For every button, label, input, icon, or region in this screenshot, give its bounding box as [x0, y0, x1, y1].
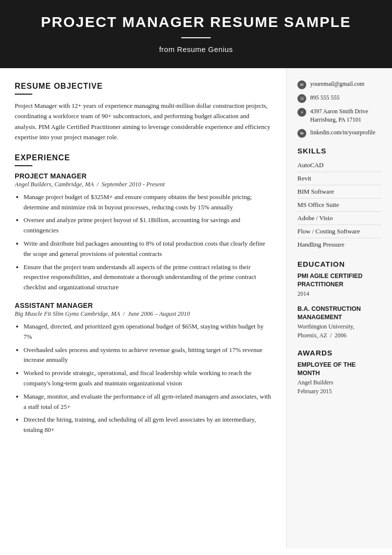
bullet-2-5: Directed the hiring, training, and sched…	[24, 415, 271, 435]
objective-section: RESUME OBJECTIVE Project Manager with 12…	[15, 82, 271, 143]
bullet-2-4: Manage, monitor, and evaluate the perfor…	[24, 392, 271, 412]
contact-phone: ☏ 895 555 555	[297, 94, 381, 103]
bullet-1-4: Ensure that the project team understands…	[24, 262, 271, 293]
bullet-2-3: Worked to provide strategic, operational…	[24, 368, 271, 389]
location-icon: ⌖	[297, 108, 306, 117]
skill-autocad: AutoCAD	[297, 159, 381, 172]
contact-section: ✉ youremail@gmail.com ☏ 895 555 555 ⌖ 43…	[297, 80, 381, 138]
header-subtitle: from Resume Genius	[20, 45, 372, 53]
bullet-1-2: Oversee and analyze prime project buyout…	[24, 215, 271, 236]
education-section: EDUCATION PMI AGILE CERTIFIEDPRACTITIONE…	[297, 260, 381, 340]
bullet-2-1: Managed, directed, and prioritized gym o…	[24, 322, 271, 342]
objective-text: Project Manager with 12+ years of experi…	[15, 101, 271, 143]
experience-title: EXPERIENCE	[15, 153, 271, 162]
skill-pressure: Handling Pressure	[297, 238, 381, 251]
job-subtitle-1: Angel Builders, Cambridge, MA / Septembe…	[15, 181, 271, 188]
contact-address: ⌖ 4397 Aaron Smith DriveHarrisburg, PA 1…	[297, 107, 381, 124]
resume-body: RESUME OBJECTIVE Project Manager with 12…	[0, 68, 392, 549]
address-text: 4397 Aaron Smith DriveHarrisburg, PA 171…	[310, 107, 368, 124]
email-icon: ✉	[297, 80, 306, 89]
awards-title: AWARDS	[297, 349, 381, 357]
skill-revit: Revit	[297, 172, 381, 185]
education-title: EDUCATION	[297, 260, 381, 268]
job-title-2: ASSISTANT MANAGER	[15, 302, 271, 309]
experience-section: EXPERIENCE PROJECT MANAGER Angel Builder…	[15, 153, 271, 435]
edu-detail-2: Worthington University,Phoenix, AZ / 200…	[297, 322, 381, 340]
objective-divider	[15, 94, 32, 95]
left-column: RESUME OBJECTIVE Project Manager with 12…	[0, 68, 287, 549]
skills-section: SKILLS AutoCAD Revit BIM Software MS Off…	[297, 147, 381, 251]
edu-detail-1: 2014	[297, 289, 381, 298]
award-date-1: February 2015	[297, 387, 381, 396]
skills-title: SKILLS	[297, 147, 381, 155]
bullet-1-3: Write and distribute bid packages amount…	[24, 239, 271, 259]
skill-msoffice: MS Office Suite	[297, 199, 381, 212]
job-entry-1: PROJECT MANAGER Angel Builders, Cambridg…	[15, 172, 271, 293]
awards-section: AWARDS EMPLOYEE OF THEMONTH Angel Builde…	[297, 349, 381, 396]
linkedin-text: linkedin.com/in/yourprofile	[310, 128, 375, 137]
objective-title: RESUME OBJECTIVE	[15, 82, 271, 91]
skill-bim: BIM Software	[297, 185, 381, 199]
contact-email: ✉ youremail@gmail.com	[297, 80, 381, 89]
award-entry-1: EMPLOYEE OF THEMONTH Angel Builders Febr…	[297, 361, 381, 396]
bullet-1-1: Manage project budget of $325M+ and ensu…	[24, 192, 271, 213]
job-entry-2: ASSISTANT MANAGER Big Muscle Fit Slim Gy…	[15, 302, 271, 435]
page-title: PROJECT MANAGER RESUME SAMPLE	[20, 14, 372, 30]
email-text: youremail@gmail.com	[310, 80, 365, 88]
contact-linkedin: in linkedin.com/in/yourprofile	[297, 128, 381, 138]
job-subtitle-2: Big Muscle Fit Slim Gyms Cambridge, MA /…	[15, 310, 271, 318]
job-bullets-2: Managed, directed, and prioritized gym o…	[15, 322, 271, 435]
phone-text: 895 555 555	[310, 94, 340, 102]
right-column: ✉ youremail@gmail.com ☏ 895 555 555 ⌖ 43…	[287, 68, 392, 549]
edu-entry-1: PMI AGILE CERTIFIEDPRACTITIONER 2014	[297, 272, 381, 298]
skill-flow: Flow / Costing Software	[297, 225, 381, 238]
edu-entry-2: B.A. CONSTRUCTIONMANAGEMENT Worthington …	[297, 305, 381, 340]
experience-divider	[15, 165, 32, 166]
bullet-2-2: Overhauled sales process and systems to …	[24, 345, 271, 366]
resume-page: PROJECT MANAGER RESUME SAMPLE from Resum…	[0, 0, 392, 555]
resume-header: PROJECT MANAGER RESUME SAMPLE from Resum…	[0, 0, 392, 68]
header-divider	[181, 37, 211, 38]
job-title-1: PROJECT MANAGER	[15, 172, 271, 180]
edu-degree-2: B.A. CONSTRUCTIONMANAGEMENT	[297, 305, 381, 322]
skill-adobe: Adobe / Visio	[297, 212, 381, 225]
award-org-1: Angel Builders	[297, 378, 381, 387]
phone-icon: ☏	[297, 94, 306, 103]
edu-degree-1: PMI AGILE CERTIFIEDPRACTITIONER	[297, 272, 381, 289]
job-bullets-1: Manage project budget of $325M+ and ensu…	[15, 192, 271, 293]
linkedin-icon: in	[297, 129, 306, 138]
award-title-1: EMPLOYEE OF THEMONTH	[297, 361, 381, 378]
